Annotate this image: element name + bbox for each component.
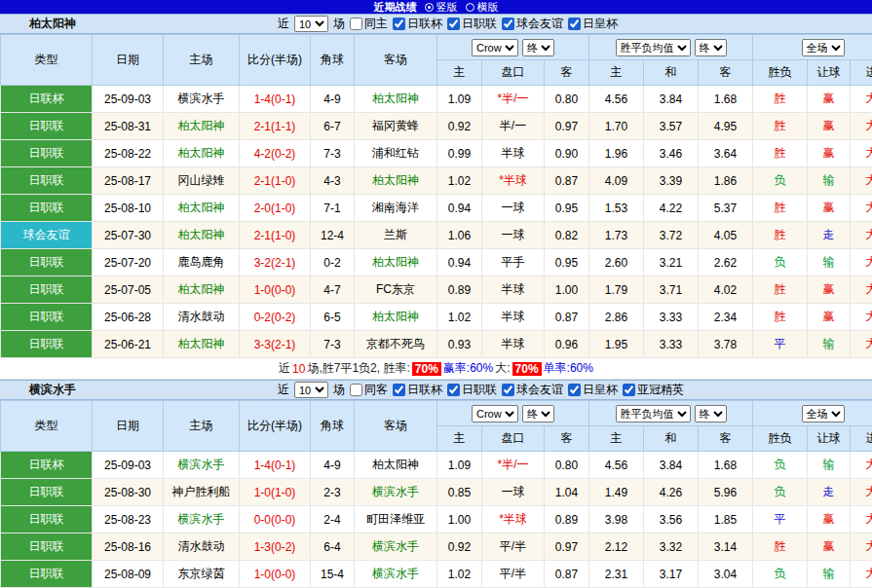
away-team: 柏太阳神 — [355, 304, 437, 331]
handicap-result: 输 — [808, 331, 851, 358]
filter-checkbox[interactable] — [393, 384, 405, 396]
filter-option-4[interactable]: 日皇杯 — [568, 382, 618, 398]
match-result: 平 — [753, 506, 808, 533]
match-date: 25-06-28 — [93, 304, 164, 331]
match-type-badge: 日职联 — [1, 113, 93, 140]
handicap-result: 赢 — [808, 533, 851, 561]
filter-option-3[interactable]: 球会友谊 — [502, 382, 563, 398]
filter-checkbox[interactable] — [350, 384, 362, 396]
filter-checkbox[interactable] — [393, 18, 405, 30]
filter-checkbox[interactable] — [502, 18, 514, 30]
layout-vertical-option[interactable]: 竖版 — [425, 0, 458, 14]
match-type-badge: 日职联 — [1, 167, 93, 195]
match-score: 1-0(1-0) — [240, 479, 311, 506]
away-team: 横滨水手 — [355, 561, 437, 588]
radio-unselected-icon[interactable] — [466, 3, 474, 12]
filter-checkbox[interactable] — [350, 18, 362, 30]
match-date: 25-08-10 — [93, 195, 164, 222]
filter-option-0[interactable]: 同客 — [350, 382, 388, 398]
home-odds: 0.89 — [437, 276, 482, 304]
avg-away-odds: 4.95 — [699, 113, 753, 140]
filter-option-1[interactable]: 日联杯 — [393, 382, 442, 398]
match-type-badge: 球会友谊 — [1, 222, 93, 249]
away-odds: 0.97 — [545, 533, 589, 561]
away-odds: 0.87 — [545, 167, 589, 195]
filter-option-5[interactable]: 亚冠精英 — [623, 382, 684, 398]
filter-option-label: 同主 — [364, 16, 388, 32]
avg-draw-odds: 3.84 — [644, 86, 699, 113]
recent-count-select[interactable]: 10 — [294, 16, 328, 32]
match-type-badge: 日联杯 — [1, 86, 93, 113]
goal-result: 大 — [851, 533, 872, 561]
sub-column-header: 进 — [851, 60, 872, 86]
goal-result: 大 — [851, 452, 872, 479]
avg-odds-select[interactable]: 胜平负均值 — [616, 405, 691, 423]
table-row: 日职联25-08-17冈山绿雉2-1(1-0)4-3柏太阳神1.02*半球0.8… — [1, 167, 872, 195]
filter-checkbox[interactable] — [568, 18, 581, 30]
summary-text: 场,胜7平1负2, 胜率: — [307, 360, 409, 377]
filter-checkbox[interactable] — [447, 384, 460, 396]
filter-option-2[interactable]: 日职联 — [447, 382, 497, 398]
match-type-badge: 日职联 — [1, 195, 93, 222]
handicap-result: 赢 — [808, 195, 851, 222]
match-score: 2-1(1-1) — [240, 113, 311, 140]
match-score: 2-1(1-0) — [240, 167, 311, 195]
odds-group-header: Crow终 — [437, 35, 589, 60]
avg-home-odds: 4.56 — [589, 86, 644, 113]
goal-result: 大 — [851, 561, 872, 588]
odds-company-select[interactable]: Crow — [472, 39, 518, 56]
match-type-badge: 日职联 — [1, 506, 93, 533]
filter-option-4[interactable]: 日皇杯 — [568, 16, 618, 32]
final-avg-select[interactable]: 终 — [695, 405, 727, 423]
sub-column-header: 客 — [699, 60, 753, 86]
filter-option-0[interactable]: 同主 — [350, 16, 388, 32]
match-date: 25-07-20 — [93, 249, 164, 276]
filter-option-2[interactable]: 日职联 — [447, 16, 497, 32]
match-score: 3-3(2-1) — [240, 331, 311, 358]
home-team: 东京绿茵 — [164, 561, 240, 588]
odds-company-select[interactable]: Crow — [472, 405, 518, 423]
final-odds-select[interactable]: 终 — [522, 39, 554, 56]
home-odds: 1.09 — [437, 452, 482, 479]
table-row: 球会友谊25-07-30柏太阳神2-1(1-0)12-4兰斯1.06一球0.82… — [1, 222, 872, 249]
home-odds: 0.99 — [437, 140, 482, 167]
final-odds-select[interactable]: 终 — [522, 405, 554, 423]
avg-draw-odds: 3.33 — [644, 331, 699, 358]
home-odds: 1.06 — [437, 222, 482, 249]
topbar: 近期战绩 竖版 横版 — [0, 0, 872, 14]
handicap-result: 赢 — [808, 113, 851, 140]
match-type-badge: 日职联 — [1, 276, 93, 304]
filter-checkbox[interactable] — [568, 384, 581, 396]
filter-option-1[interactable]: 日联杯 — [393, 16, 442, 32]
layout-vertical-label: 竖版 — [436, 0, 458, 14]
filter-option-3[interactable]: 球会友谊 — [502, 16, 563, 32]
away-team: 浦和红钻 — [355, 140, 437, 167]
filter-checkbox[interactable] — [502, 384, 514, 396]
scope-select[interactable]: 全场 — [802, 405, 845, 423]
layout-horizontal-option[interactable]: 横版 — [466, 0, 499, 14]
avg-home-odds: 1.95 — [589, 331, 644, 358]
summary-text: 10 — [292, 362, 305, 376]
avg-away-odds: 1.86 — [699, 167, 753, 195]
table-row: 日职联25-08-30神户胜利船1-0(1-0)2-3横滨水手0.85一球1.0… — [1, 479, 872, 506]
corner-score: 2-3 — [311, 479, 355, 506]
team-name: 柏太阳神 — [29, 16, 278, 32]
away-odds: 0.80 — [545, 86, 589, 113]
avg-odds-select[interactable]: 胜平负均值 — [616, 39, 691, 56]
filter-checkbox[interactable] — [447, 18, 460, 30]
table-row: 日职联25-08-16清水鼓动1-3(0-2)6-4横滨水手0.92平/半0.9… — [1, 533, 872, 561]
goal-result: 大 — [851, 331, 872, 358]
final-avg-select[interactable]: 终 — [695, 39, 727, 56]
scope-select[interactable]: 全场 — [802, 39, 845, 56]
sub-column-header: 和 — [644, 60, 699, 86]
radio-selected-icon[interactable] — [425, 3, 434, 12]
handicap: 平手 — [482, 249, 545, 276]
section-header-bar: 柏太阳神近10场同主日联杯日职联球会友谊日皇杯 — [0, 14, 872, 34]
recent-count-select[interactable]: 10 — [294, 382, 328, 398]
handicap-result: 输 — [808, 561, 851, 588]
filter-checkbox[interactable] — [623, 384, 635, 396]
match-result: 胜 — [753, 222, 808, 249]
avg-away-odds: 4.02 — [699, 276, 753, 304]
avg-home-odds: 1.96 — [589, 140, 644, 167]
table-row: 日联杯25-09-03横滨水手1-4(0-1)4-9柏太阳神1.09*半/一0.… — [1, 452, 872, 479]
